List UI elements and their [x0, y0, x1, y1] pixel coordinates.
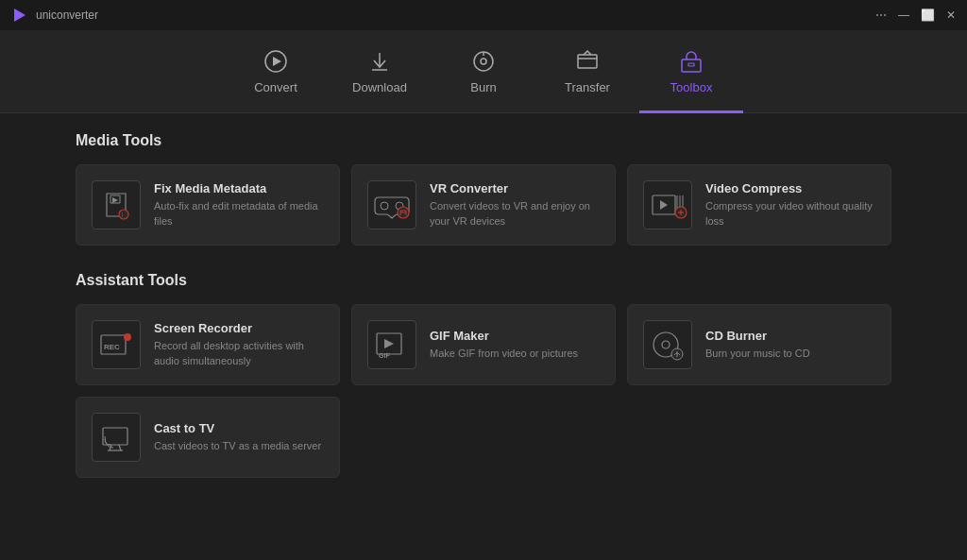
toolbox-label: Toolbox: [670, 80, 713, 94]
tool-vr-converter[interactable]: VR Converter Convert videos to VR and en…: [351, 164, 616, 246]
cast-to-tv-icon-box: [92, 413, 141, 462]
main-content: Media Tools i Fix Media Metadata Auto-fi…: [0, 113, 967, 560]
download-label: Download: [352, 80, 407, 94]
screen-recorder-name: Screen Recorder: [154, 321, 324, 335]
video-compress-desc: Compress your video without quality loss: [705, 199, 875, 229]
svg-marker-13: [112, 197, 118, 203]
tool-cd-burner[interactable]: CD Burner Burn your music to CD: [627, 304, 891, 385]
cast-to-tv-desc: Cast videos to TV as a media server: [154, 439, 321, 453]
svg-marker-32: [384, 339, 394, 348]
fix-metadata-desc: Auto-fix and edit metadata of media file…: [154, 199, 324, 229]
fix-metadata-icon-box: i: [92, 180, 141, 229]
svg-rect-7: [578, 55, 597, 68]
download-icon: [366, 48, 393, 75]
cast-to-tv-name: Cast to TV: [154, 421, 321, 435]
nav-convert[interactable]: Convert: [224, 30, 328, 113]
tool-fix-metadata[interactable]: i Fix Media Metadata Auto-fix and edit m…: [76, 164, 340, 246]
title-bar-left: uniconverter: [11, 7, 98, 24]
svg-point-35: [662, 341, 670, 348]
tool-gif-maker[interactable]: GIF GIF Maker Make GIF from video or pic…: [351, 304, 616, 385]
transfer-icon: [574, 48, 601, 75]
svg-point-30: [124, 333, 131, 341]
svg-rect-38: [103, 428, 127, 445]
gif-maker-info: GIF Maker Make GIF from video or picture…: [430, 329, 578, 361]
tool-screen-recorder[interactable]: REC Screen Recorder Record all desktop a…: [76, 304, 340, 385]
menu-dots[interactable]: ⋯: [875, 8, 887, 22]
tool-video-compress[interactable]: Video Compress Compress your video witho…: [627, 164, 891, 246]
vr-converter-name: VR Converter: [430, 181, 600, 195]
gif-maker-icon-box: GIF: [367, 320, 416, 369]
navbar: Convert Download Burn: [0, 30, 967, 113]
close-button[interactable]: ✕: [946, 8, 956, 22]
burn-icon: [470, 48, 497, 75]
vr-converter-info: VR Converter Convert videos to VR and en…: [430, 181, 600, 229]
assistant-tools-title: Assistant Tools: [76, 272, 891, 289]
svg-line-40: [119, 445, 121, 450]
nav-burn[interactable]: Burn: [432, 30, 535, 113]
maximize-button[interactable]: ⬜: [921, 8, 935, 22]
svg-point-5: [481, 59, 486, 64]
fix-metadata-info: Fix Media Metadata Auto-fix and edit met…: [154, 181, 324, 229]
screen-recorder-info: Screen Recorder Record all desktop activ…: [154, 321, 324, 368]
svg-text:REC: REC: [104, 343, 120, 351]
cast-to-tv-info: Cast to TV Cast videos to TV as a media …: [154, 421, 321, 453]
burn-label: Burn: [470, 80, 496, 94]
svg-rect-10: [688, 63, 694, 66]
svg-marker-0: [14, 8, 25, 22]
app-logo: [11, 7, 28, 24]
tool-cast-to-tv[interactable]: Cast to TV Cast videos to TV as a media …: [76, 397, 340, 478]
nav-download[interactable]: Download: [328, 30, 432, 113]
nav-transfer[interactable]: Transfer: [535, 30, 639, 113]
transfer-label: Transfer: [565, 80, 610, 94]
fix-metadata-name: Fix Media Metadata: [154, 181, 324, 195]
svg-marker-21: [660, 200, 668, 210]
assistant-tools-section: Assistant Tools REC Screen Recorder Reco…: [76, 272, 891, 478]
title-bar-controls[interactable]: ⋯ — ⬜ ✕: [875, 8, 956, 22]
convert-label: Convert: [254, 80, 297, 94]
video-compress-info: Video Compress Compress your video witho…: [705, 181, 875, 229]
vr-converter-icon-box: [367, 180, 416, 229]
cd-burner-info: CD Burner Burn your music to CD: [705, 329, 810, 361]
vr-converter-desc: Convert videos to VR and enjoy on your V…: [430, 199, 600, 229]
convert-icon: [263, 48, 289, 75]
svg-text:GIF: GIF: [379, 352, 390, 359]
cd-burner-desc: Burn your music to CD: [705, 347, 810, 361]
svg-marker-2: [273, 57, 281, 66]
media-tools-title: Media Tools: [76, 132, 891, 149]
gif-maker-desc: Make GIF from video or pictures: [430, 347, 578, 361]
video-compress-name: Video Compress: [705, 181, 875, 195]
svg-point-14: [119, 210, 128, 219]
svg-point-16: [381, 202, 388, 210]
video-compress-icon-box: [643, 180, 692, 229]
minimize-button[interactable]: —: [898, 8, 909, 22]
app-name: uniconverter: [36, 8, 98, 22]
screen-recorder-desc: Record all desktop activities with audio…: [154, 339, 324, 368]
media-tools-grid: i Fix Media Metadata Auto-fix and edit m…: [76, 164, 891, 246]
toolbox-icon: [678, 48, 704, 75]
nav-toolbox[interactable]: Toolbox: [639, 30, 743, 113]
gif-maker-name: GIF Maker: [430, 329, 578, 343]
screen-recorder-icon-box: REC: [92, 320, 141, 369]
cd-burner-icon-box: [643, 320, 692, 369]
cd-burner-name: CD Burner: [705, 329, 810, 343]
media-tools-section: Media Tools i Fix Media Metadata Auto-fi…: [76, 132, 891, 246]
title-bar: uniconverter ⋯ — ⬜ ✕: [0, 0, 967, 30]
assistant-tools-grid: REC Screen Recorder Record all desktop a…: [76, 304, 891, 478]
